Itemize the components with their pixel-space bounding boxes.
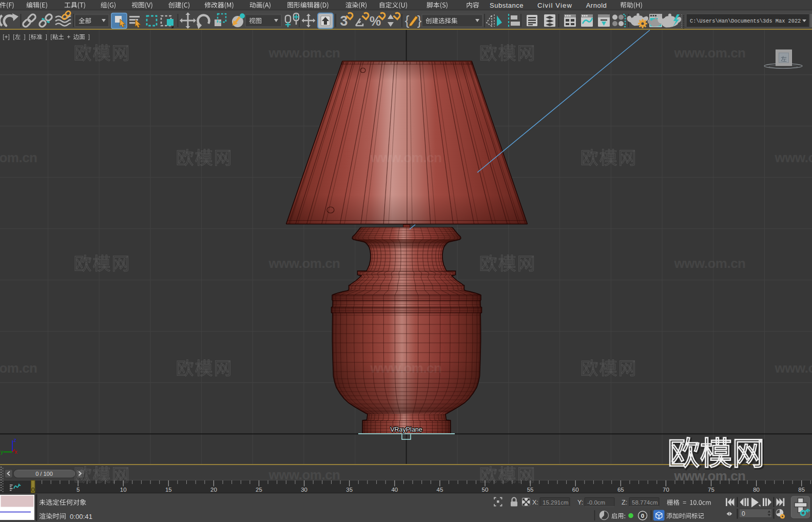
svg-text:www.om.cn: www.om.cn — [370, 360, 442, 376]
svg-text:Y:: Y: — [577, 499, 583, 506]
svg-text:70: 70 — [663, 487, 669, 493]
svg-text:0: 0 — [641, 513, 644, 519]
svg-text:58.774cm: 58.774cm — [632, 499, 658, 506]
svg-text:35: 35 — [346, 487, 353, 493]
svg-text:VRayPlane: VRayPlane — [390, 426, 422, 433]
svg-text:75: 75 — [708, 487, 714, 493]
svg-text:Arnold: Arnold — [586, 2, 607, 9]
svg-text:45: 45 — [437, 487, 443, 493]
svg-text:0 / 100: 0 / 100 — [35, 471, 53, 477]
svg-text:85: 85 — [798, 487, 805, 493]
svg-text:50: 50 — [482, 487, 489, 493]
svg-text:0:00:41: 0:00:41 — [70, 513, 92, 520]
svg-text:www.om.cn: www.om.cn — [268, 256, 340, 271]
svg-text:z: z — [14, 437, 17, 443]
svg-text:www.om.cn: www.om.cn — [0, 360, 37, 376]
svg-text:www.om.cn: www.om.cn — [775, 150, 812, 165]
svg-text:www.om.cn: www.om.cn — [775, 360, 812, 376]
svg-text:30: 30 — [301, 487, 307, 493]
svg-text:www.om.cn: www.om.cn — [674, 45, 746, 61]
svg-text:x: x — [14, 449, 17, 455]
svg-text:www.om.cn: www.om.cn — [268, 467, 340, 482]
svg-text:15.291cm: 15.291cm — [543, 499, 569, 506]
svg-text:y: y — [1, 449, 4, 455]
svg-text:65: 65 — [617, 487, 624, 493]
svg-text:{: { — [405, 13, 410, 28]
svg-text:55: 55 — [527, 487, 534, 493]
svg-text:20: 20 — [210, 487, 217, 493]
svg-text:}: } — [417, 13, 422, 28]
svg-text:www.om.cn: www.om.cn — [674, 468, 746, 484]
svg-text:www.om.cn: www.om.cn — [370, 150, 442, 165]
svg-text:www.om.cn: www.om.cn — [268, 45, 340, 61]
svg-text:C:\Users\Han\Documents\3ds Max: C:\Users\Han\Documents\3ds Max 2022 — [690, 18, 801, 24]
svg-text:40: 40 — [391, 487, 398, 493]
svg-text:Substance: Substance — [490, 2, 524, 9]
svg-text:10: 10 — [120, 487, 127, 493]
svg-text:15: 15 — [165, 487, 172, 493]
svg-text:0: 0 — [742, 510, 745, 517]
svg-text:www.om.cn: www.om.cn — [674, 256, 746, 271]
svg-text:80: 80 — [753, 487, 760, 493]
svg-text:Civil View: Civil View — [537, 2, 572, 9]
svg-text:5: 5 — [76, 487, 80, 493]
svg-text:25: 25 — [256, 487, 262, 493]
svg-text:X:: X: — [532, 499, 538, 506]
svg-text:0: 0 — [31, 487, 34, 493]
svg-text:60: 60 — [572, 487, 579, 493]
svg-text:-0.0cm: -0.0cm — [587, 499, 605, 506]
svg-text:Z:: Z: — [622, 499, 627, 506]
svg-text:www.om.cn: www.om.cn — [0, 150, 37, 165]
